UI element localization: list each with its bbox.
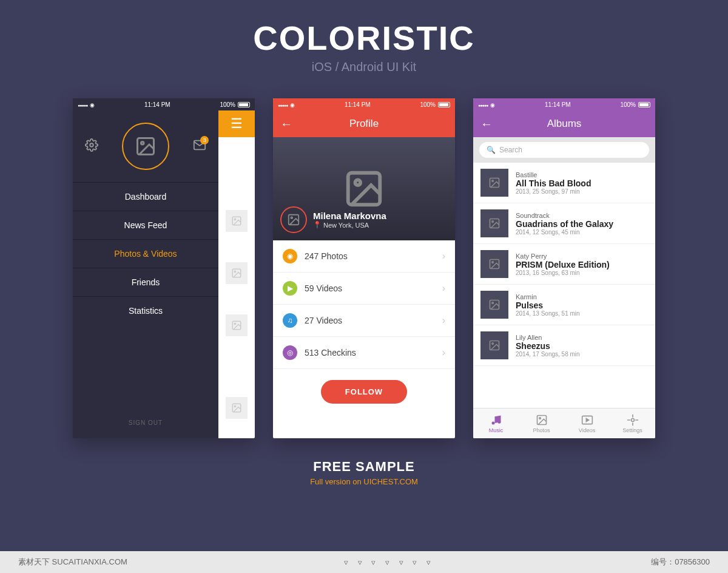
menu-list: DashboardNews FeedPhotos & VideosFriends… — [73, 182, 218, 325]
stat-icon: ◎ — [283, 345, 297, 360]
svg-point-19 — [492, 221, 494, 223]
album-artist: Karmin — [516, 293, 580, 300]
status-bar: 11:14 PM 100% — [73, 98, 255, 110]
stat-icon: ▶ — [283, 281, 297, 296]
menu-item[interactable]: Friends — [73, 268, 218, 296]
tab-bar: MusicPhotosVideosSettings — [473, 408, 655, 438]
battery-icon — [238, 102, 250, 107]
album-artist: Katy Perry — [516, 253, 610, 260]
album-artist: Bastille — [516, 171, 591, 178]
svg-point-13 — [355, 180, 360, 185]
album-title: Sheezus — [516, 341, 580, 351]
hero-subtitle: iOS / Android UI Kit — [0, 60, 728, 74]
search-input[interactable]: 🔍 Search — [479, 142, 649, 158]
avatar[interactable] — [122, 123, 169, 170]
id-label: 编号：07856300 — [651, 557, 710, 568]
album-thumbnail — [480, 331, 508, 359]
source-label: 素材天下 SUCAITIANXIA.COM — [18, 557, 127, 568]
svg-point-27 — [497, 420, 500, 423]
signal-icon — [278, 101, 288, 108]
signal-icon — [478, 101, 488, 108]
profile-avatar[interactable] — [280, 206, 307, 233]
thumbnail — [226, 262, 248, 284]
search-icon: 🔍 — [487, 146, 496, 154]
mail-icon[interactable]: 3 — [193, 138, 206, 154]
profile-location: 📍New York, USA — [313, 221, 386, 229]
back-icon[interactable]: ← — [480, 117, 493, 131]
album-thumbnail — [480, 250, 508, 278]
battery-icon — [638, 102, 650, 107]
battery-pct: 100% — [220, 101, 235, 108]
album-row[interactable]: SoundtrackGuadrians of the Galaxy2014, 1… — [473, 203, 655, 244]
stat-label: 247 Photos — [305, 251, 348, 261]
stat-row[interactable]: ▶59 Videos› — [273, 273, 455, 305]
footer-title: FREE SAMPLE — [0, 459, 728, 475]
svg-point-26 — [491, 421, 494, 424]
svg-point-7 — [234, 271, 235, 272]
tab-videos[interactable]: Videos — [564, 409, 610, 438]
hamburger-icon[interactable]: ☰ — [218, 110, 255, 137]
stat-icon: ◉ — [283, 249, 297, 263]
stat-row[interactable]: ◉247 Photos› — [273, 240, 455, 273]
stat-label: 27 Videos — [305, 316, 342, 325]
search-placeholder: Search — [499, 146, 522, 154]
wifi-icon — [490, 101, 495, 108]
svg-point-0 — [90, 143, 93, 147]
menu-item[interactable]: Photos & Videos — [73, 239, 218, 268]
album-list: BastilleAll This Bad Blood2013, 25 Songs… — [473, 163, 655, 408]
album-thumbnail — [480, 291, 508, 319]
album-row[interactable]: KarminPulses2014, 13 Songs, 51 min — [473, 285, 655, 325]
menu-item[interactable]: Statistics — [73, 296, 218, 325]
album-detail: 2014, 13 Songs, 51 min — [516, 310, 580, 317]
album-row[interactable]: BastilleAll This Bad Blood2013, 25 Songs… — [473, 163, 655, 203]
nav-bar: ← Albums — [473, 110, 655, 137]
status-time: 11:14 PM — [545, 101, 571, 108]
album-title: PRISM (Deluxe Edition) — [516, 260, 610, 270]
cover-image: Milena Markovna 📍New York, USA — [273, 137, 455, 240]
album-row[interactable]: Katy PerryPRISM (Deluxe Edition)2013, 16… — [473, 244, 655, 285]
footer: FREE SAMPLE Full version on UICHEST.COM — [0, 459, 728, 486]
status-time: 11:14 PM — [345, 101, 371, 108]
svg-marker-31 — [586, 418, 588, 421]
album-row[interactable]: Lily AllenSheezus2014, 17 Songs, 58 min — [473, 325, 655, 366]
stat-row[interactable]: ♫27 Videos› — [273, 305, 455, 337]
footer-link[interactable]: UICHEST.COM — [363, 477, 418, 486]
hero: COLORISTIC iOS / Android UI Kit — [0, 0, 728, 80]
album-detail: 2014, 17 Songs, 58 min — [516, 351, 580, 358]
svg-point-25 — [492, 343, 494, 345]
stats-list: ◉247 Photos›▶59 Videos›♫27 Videos›◎513 C… — [273, 240, 455, 369]
wifi-icon — [90, 101, 95, 108]
nav-title: Profile — [349, 118, 379, 130]
tab-settings[interactable]: Settings — [610, 409, 655, 438]
phones-row: 11:14 PM 100% 3 DashboardNews Feed — [0, 98, 728, 438]
battery-pct: 100% — [420, 101, 436, 108]
gear-icon[interactable] — [85, 138, 98, 154]
stat-row[interactable]: ◎513 Checkins› — [273, 337, 455, 369]
search-container: 🔍 Search — [473, 137, 655, 163]
tab-label: Settings — [622, 427, 642, 433]
hero-title: COLORISTIC — [0, 18, 728, 58]
tab-label: Photos — [533, 427, 550, 433]
album-artist: Soundtrack — [516, 212, 613, 219]
album-thumbnail — [480, 169, 508, 197]
thumbnail — [226, 314, 248, 336]
tab-photos[interactable]: Photos — [519, 409, 564, 438]
status-time: 11:14 PM — [144, 101, 170, 108]
signal-icon — [78, 101, 87, 108]
status-bar: 11:14 PM 100% — [473, 98, 655, 110]
menu-item[interactable]: Dashboard — [73, 182, 218, 211]
profile-name: Milena Markovna — [313, 211, 386, 221]
svg-point-11 — [234, 405, 235, 407]
back-icon[interactable]: ← — [280, 117, 292, 131]
svg-point-23 — [492, 302, 494, 304]
follow-button[interactable]: FOLLOW — [321, 380, 407, 404]
bottom-strip: 素材天下 SUCAITIANXIA.COM ▿ ▿ ▿ ▿ ▿ ▿ ▿ 编号：0… — [0, 551, 728, 573]
battery-icon — [438, 102, 450, 107]
nav-bar: ← Profile — [273, 110, 455, 137]
menu-item[interactable]: News Feed — [73, 211, 218, 239]
sign-out-button[interactable]: SIGN OUT — [73, 407, 218, 438]
album-detail: 2014, 12 Songs, 45 min — [516, 229, 613, 236]
svg-point-9 — [234, 323, 235, 324]
tab-music[interactable]: Music — [473, 409, 519, 438]
album-thumbnail — [480, 209, 508, 237]
